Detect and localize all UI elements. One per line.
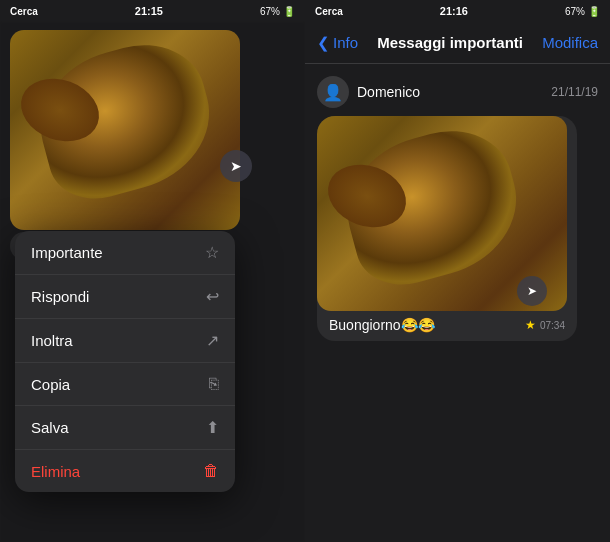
message-time-right: 07:34 [540, 320, 565, 331]
context-item-inoltra[interactable]: Inoltra ↗ [15, 319, 235, 363]
forward-icon: ↗ [206, 331, 219, 350]
message-card: ➤ Buongiorno😂😂 ★ 07:34 [317, 116, 577, 341]
avatar: 👤 [317, 76, 349, 108]
message-text-right: Buongiorno😂😂 [329, 317, 435, 333]
right-status-bar: Cerca 21:16 67% 🔋 [305, 0, 610, 22]
context-item-salva[interactable]: Salva ⬆ [15, 406, 235, 450]
battery-icon: 🔋 [283, 6, 295, 17]
context-item-copia-label: Copia [31, 376, 70, 393]
sender-info: 👤 Domenico [317, 76, 420, 108]
context-item-elimina[interactable]: Elimina 🗑 [15, 450, 235, 492]
back-button[interactable]: ❮ Info [317, 34, 358, 52]
context-item-importante[interactable]: Importante ☆ [15, 231, 235, 275]
star-badge: ★ [525, 318, 536, 332]
context-item-salva-label: Salva [31, 419, 69, 436]
context-menu: Importante ☆ Rispondi ↩ Inoltra ↗ Copia … [15, 231, 235, 492]
person-icon: 👤 [323, 83, 343, 102]
share-button-left[interactable]: ➤ [220, 150, 252, 182]
right-content: 👤 Domenico 21/11/19 ➤ Buongiorno😂😂 ★ 07:… [305, 64, 610, 542]
share-button-right[interactable]: ➤ [517, 276, 547, 306]
croissant-image-left [10, 30, 240, 230]
back-label: Info [333, 34, 358, 51]
context-item-elimina-label: Elimina [31, 463, 80, 480]
chevron-left-icon: ❮ [317, 34, 330, 52]
context-item-inoltra-label: Inoltra [31, 332, 73, 349]
sender-row: 👤 Domenico 21/11/19 [317, 76, 598, 108]
copy-icon: ⎘ [209, 375, 219, 393]
context-item-copia[interactable]: Copia ⎘ [15, 363, 235, 406]
right-panel: Cerca 21:16 67% 🔋 ❮ Info Messaggi import… [305, 0, 610, 542]
left-panel: Cerca 21:15 67% 🔋 ➤ Buongiorno😂😂 07:34 I… [0, 0, 305, 542]
sender-name: Domenico [357, 84, 420, 100]
trash-icon: 🗑 [203, 462, 219, 480]
edit-button[interactable]: Modifica [542, 34, 598, 51]
right-carrier: Cerca [315, 6, 343, 17]
star-icon: ☆ [205, 243, 219, 262]
save-icon: ⬆ [206, 418, 219, 437]
left-battery: 67% 🔋 [260, 6, 295, 17]
right-battery: 67% 🔋 [565, 6, 600, 17]
message-meta: ★ 07:34 [525, 318, 565, 332]
right-battery-icon: 🔋 [588, 6, 600, 17]
context-item-importante-label: Importante [31, 244, 103, 261]
nav-title: Messaggi importanti [377, 34, 523, 51]
right-time: 21:16 [440, 5, 468, 17]
left-time: 21:15 [135, 5, 163, 17]
left-carrier: Cerca [10, 6, 38, 17]
reply-icon: ↩ [206, 287, 219, 306]
message-bottom: Buongiorno😂😂 ★ 07:34 [317, 311, 577, 341]
context-item-rispondi-label: Rispondi [31, 288, 89, 305]
left-status-bar: Cerca 21:15 67% 🔋 [0, 0, 305, 22]
message-date: 21/11/19 [551, 85, 598, 99]
context-item-rispondi[interactable]: Rispondi ↩ [15, 275, 235, 319]
navigation-bar: ❮ Info Messaggi importanti Modifica [305, 22, 610, 64]
